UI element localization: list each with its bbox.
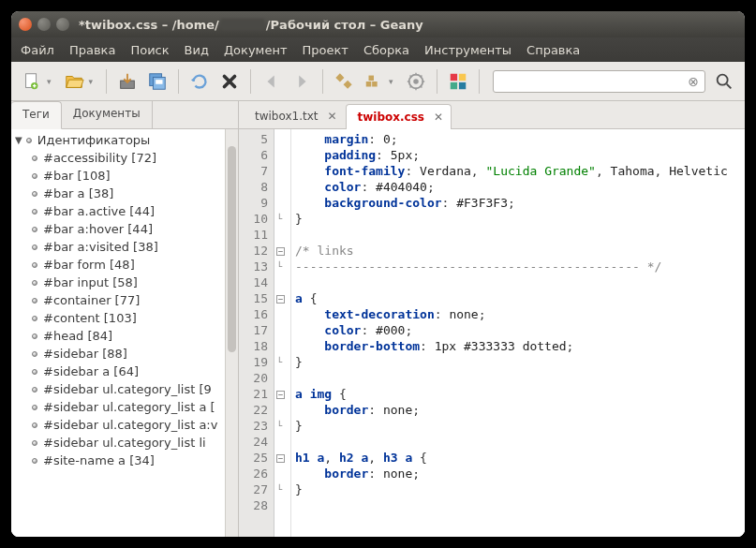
svg-rect-5 bbox=[156, 80, 162, 84]
menu-инструменты[interactable]: Инструменты bbox=[424, 43, 511, 57]
tree-item-label: #bar a [38] bbox=[43, 186, 113, 200]
tab-close-icon[interactable]: ✕ bbox=[432, 111, 445, 124]
tree-item[interactable]: #sidebar ul.category_list a [ bbox=[11, 398, 238, 416]
maximize-window-button[interactable] bbox=[56, 18, 69, 31]
menu-документ[interactable]: Документ bbox=[224, 43, 288, 57]
tree-bullet-icon bbox=[32, 191, 37, 197]
menu-файл[interactable]: Файл bbox=[21, 43, 54, 57]
sidebar: ТегиДокументы ▼ Идентификаторы #accessib… bbox=[11, 101, 239, 537]
save-button[interactable] bbox=[114, 68, 141, 95]
sidebar-tab-0[interactable]: Теги bbox=[11, 101, 62, 129]
tree-item-label: #sidebar ul.category_list a:v bbox=[43, 418, 217, 432]
tree-item[interactable]: #head [84] bbox=[11, 327, 238, 345]
tree-item[interactable]: #sidebar ul.category_list li bbox=[11, 434, 238, 452]
svg-point-12 bbox=[413, 79, 419, 84]
svg-rect-8 bbox=[366, 81, 372, 87]
fold-column[interactable]: └−└−└−└−└ bbox=[274, 129, 291, 537]
menu-правка[interactable]: Правка bbox=[69, 43, 115, 57]
sidebar-scrollbar[interactable] bbox=[225, 129, 238, 537]
tree-item[interactable]: #content [103] bbox=[11, 309, 238, 327]
tree-item[interactable]: #container [77] bbox=[11, 291, 238, 309]
tree-bullet-icon bbox=[32, 156, 37, 161]
open-file-button[interactable] bbox=[61, 68, 87, 95]
tree-bullet-icon bbox=[32, 333, 37, 339]
close-window-button[interactable] bbox=[19, 18, 32, 31]
tree-item[interactable]: #bar [108] bbox=[11, 167, 238, 185]
tree-item-label: #bar [108] bbox=[43, 169, 111, 183]
window-controls bbox=[19, 18, 69, 31]
tree-item[interactable]: #bar a:visited [38] bbox=[11, 238, 238, 256]
tree-item[interactable]: #sidebar ul.category_list [9 bbox=[11, 380, 238, 398]
svg-point-17 bbox=[718, 74, 728, 84]
tree-item-label: #container [77] bbox=[43, 293, 140, 307]
sidebar-tabs: ТегиДокументы bbox=[11, 101, 238, 129]
tree-root-label: Идентификаторы bbox=[37, 133, 151, 147]
tree-bullet-icon bbox=[32, 387, 37, 392]
build-button[interactable] bbox=[361, 68, 387, 95]
menu-поиск[interactable]: Поиск bbox=[130, 43, 169, 57]
tree-bullet-icon bbox=[32, 262, 37, 268]
tree-bullet-icon bbox=[32, 173, 37, 179]
svg-rect-10 bbox=[369, 75, 375, 81]
tab-label: twibox.css bbox=[358, 111, 424, 124]
tree-item[interactable]: #bar a [38] bbox=[11, 185, 238, 202]
toolbar-separator bbox=[178, 69, 179, 94]
clear-search-icon[interactable]: ⊗ bbox=[688, 74, 699, 89]
menu-сборка[interactable]: Сборка bbox=[363, 43, 409, 57]
search-input[interactable]: ⊗ bbox=[493, 70, 705, 93]
save-all-button[interactable] bbox=[144, 68, 170, 95]
tree-expand-icon[interactable]: ▼ bbox=[15, 135, 22, 145]
menu-справка[interactable]: Справка bbox=[526, 43, 580, 57]
editor-tabs: twibox1.txt✕twibox.css✕ bbox=[239, 101, 745, 129]
new-file-dropdown[interactable]: ▾ bbox=[47, 77, 52, 86]
tree-item[interactable]: #bar input [58] bbox=[11, 274, 238, 291]
toolbar-separator bbox=[106, 69, 107, 94]
code-text[interactable]: margin: 0; padding: 5px; font-family: Ve… bbox=[291, 129, 745, 537]
tree-item[interactable]: #sidebar [88] bbox=[11, 345, 238, 363]
open-file-dropdown[interactable]: ▾ bbox=[89, 77, 94, 86]
minimize-window-button[interactable] bbox=[37, 18, 51, 31]
tree-item-label: #head [84] bbox=[43, 329, 112, 343]
tree-bullet-icon bbox=[32, 280, 37, 286]
tree-item[interactable]: #sidebar ul.category_list a:v bbox=[11, 416, 238, 434]
svg-rect-16 bbox=[459, 81, 466, 88]
nav-back-button[interactable] bbox=[259, 68, 285, 95]
menu-вид[interactable]: Вид bbox=[185, 43, 209, 57]
build-dropdown[interactable]: ▾ bbox=[389, 77, 393, 86]
reload-button[interactable] bbox=[186, 68, 213, 95]
tree-root[interactable]: ▼ Идентификаторы bbox=[11, 131, 238, 149]
search-button[interactable] bbox=[711, 68, 737, 95]
tree-item-label: #content [103] bbox=[43, 311, 137, 325]
tree-item[interactable]: #site-name a [34] bbox=[11, 452, 238, 469]
window-title-obscured bbox=[221, 19, 264, 30]
tab-close-icon[interactable]: ✕ bbox=[326, 110, 339, 123]
tree-item[interactable]: #sidebar a [64] bbox=[11, 363, 238, 380]
nav-forward-button[interactable] bbox=[289, 68, 315, 95]
editor-tab-1[interactable]: twibox.css✕ bbox=[346, 104, 452, 129]
window-title-suffix: /Рабочий стол – Geany bbox=[266, 18, 423, 32]
tree-item-label: #bar input [58] bbox=[43, 275, 138, 289]
tree-item-label: #bar a:hover [44] bbox=[43, 222, 153, 236]
menu-проект[interactable]: Проект bbox=[303, 43, 348, 57]
sidebar-tab-1[interactable]: Документы bbox=[62, 101, 153, 128]
tree-item[interactable]: #bar form [48] bbox=[11, 256, 238, 274]
tree-item[interactable]: #bar a:hover [44] bbox=[11, 220, 238, 238]
code-pane[interactable]: 5678910111213141516171819202122232425262… bbox=[239, 129, 745, 537]
tree-item[interactable]: #bar a.active [44] bbox=[11, 202, 238, 220]
compile-button[interactable] bbox=[331, 68, 357, 95]
new-file-button[interactable] bbox=[19, 68, 45, 95]
window-title-prefix: *twibox.css – /home/ bbox=[79, 18, 219, 32]
run-button[interactable] bbox=[403, 68, 429, 95]
editor-tab-0[interactable]: twibox1.txt✕ bbox=[243, 103, 346, 128]
svg-rect-14 bbox=[459, 73, 466, 80]
titlebar: *twibox.css – /home/ /Рабочий стол – Gea… bbox=[11, 11, 745, 37]
toolbar-separator bbox=[479, 69, 480, 94]
close-file-button[interactable] bbox=[216, 68, 243, 95]
tree-item[interactable]: #accessibility [72] bbox=[11, 149, 238, 167]
toolbar-separator bbox=[250, 69, 251, 94]
toolbar-search: ⊗ bbox=[493, 68, 737, 95]
color-chooser-button[interactable] bbox=[445, 68, 471, 95]
tree-bullet-icon bbox=[26, 138, 32, 143]
tree-item-label: #sidebar a [64] bbox=[43, 364, 139, 378]
tree-bullet-icon bbox=[32, 405, 37, 410]
